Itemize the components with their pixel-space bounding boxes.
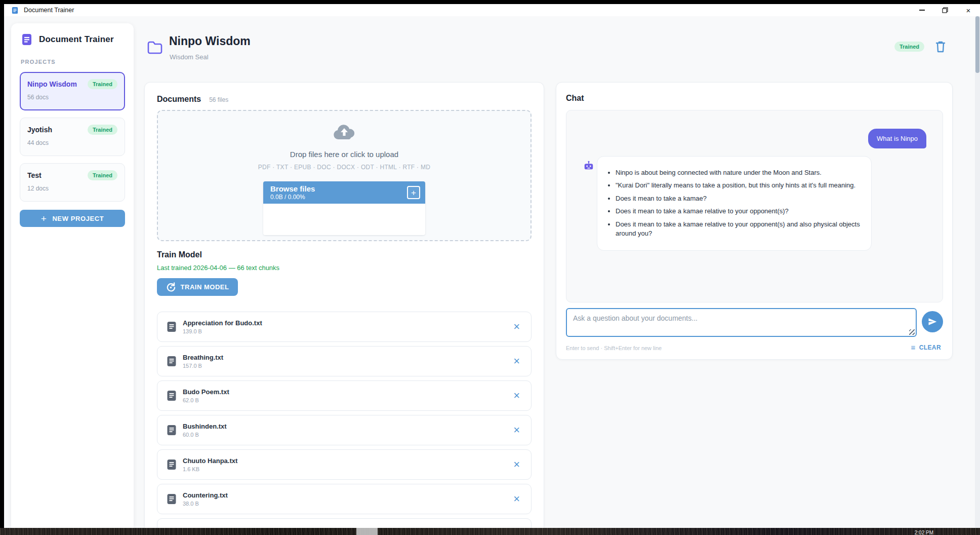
page-title: Ninpo Wisdom: [169, 34, 251, 48]
file-name: Budo Poem.txt: [183, 388, 229, 396]
close-icon: ×: [513, 458, 520, 471]
upload-queue-area: [263, 204, 425, 235]
file-name: Countering.txt: [183, 491, 228, 499]
retrain-icon: [166, 282, 176, 292]
send-icon: [927, 317, 937, 327]
document-file-list: Appreciation for Budo.txt 139.0 B × Brea…: [157, 312, 532, 528]
clear-chat-button[interactable]: ≡ CLEAR: [911, 343, 942, 352]
file-row: Countering.txt 38.0 B ×: [157, 484, 532, 514]
remove-file-button[interactable]: ×: [512, 356, 521, 367]
project-status-badge: Trained: [88, 170, 117, 180]
chat-hint: Enter to send · Shift+Enter for new line: [566, 345, 662, 351]
brand-title: Document Trainer: [39, 34, 114, 45]
bot-bullet: Ninpo is about being connected with natu…: [616, 168, 860, 177]
project-card[interactable]: Test Trained 12 docs: [20, 163, 125, 202]
project-card[interactable]: Jyotish Trained 44 docs: [20, 118, 125, 156]
upload-progress: 0.0B / 0.00%: [270, 194, 418, 201]
train-model-button[interactable]: TRAIN MODEL: [157, 278, 238, 296]
bot-bullet: Does it mean to take a kamae?: [616, 194, 860, 203]
file-size: 60.0 B: [183, 432, 227, 438]
restore-icon: [942, 7, 948, 13]
file-document-icon: [167, 390, 177, 401]
taskbar: 2:02 PM: [0, 528, 980, 535]
bot-bullet: Does it mean to take a kamae relative to…: [616, 207, 860, 216]
plus-icon: +: [41, 214, 47, 223]
close-button[interactable]: ×: [957, 4, 980, 16]
bot-bullet-list: Ninpo is about being connected with natu…: [601, 168, 860, 239]
close-icon: ×: [966, 6, 971, 15]
file-size: 62.0 B: [183, 397, 229, 403]
file-name: Bushinden.txt: [183, 423, 227, 430]
file-row: Breathing.txt 157.0 B ×: [157, 346, 532, 376]
project-card[interactable]: Ninpo Wisdom Trained 56 docs: [20, 72, 125, 110]
remove-file-button[interactable]: ×: [512, 425, 521, 436]
project-doc-count: 12 docs: [27, 185, 117, 192]
add-file-button[interactable]: +: [407, 186, 420, 199]
close-icon: ×: [513, 424, 520, 436]
bot-bullet: Does it mean to take a kamae relative to…: [616, 220, 860, 239]
remove-file-button[interactable]: ×: [512, 493, 521, 505]
project-name: Test: [27, 171, 42, 179]
close-icon: ×: [513, 320, 520, 333]
upload-cloud-icon: [333, 124, 356, 143]
desktop-screen: Document Trainer × Document Trainer PROJ…: [0, 0, 980, 535]
train-model-label: TRAIN MODEL: [181, 283, 229, 291]
delete-project-button[interactable]: [935, 41, 946, 53]
clear-lines-icon: ≡: [911, 343, 916, 352]
folder-icon: [147, 41, 163, 57]
brand-document-icon: [21, 33, 33, 46]
file-document-icon: [167, 459, 177, 470]
browse-files-label: Browse files: [270, 184, 418, 193]
minimize-icon: [919, 10, 925, 11]
file-name: Chuuto Hanpa.txt: [183, 457, 237, 465]
file-row: Appreciation for Budo.txt 139.0 B ×: [157, 312, 532, 342]
remove-file-button[interactable]: ×: [512, 390, 521, 401]
bot-robot-icon: [583, 160, 594, 171]
file-name: Appreciation for Budo.txt: [183, 319, 262, 327]
projects-section-label: PROJECTS: [20, 59, 125, 65]
minimize-button[interactable]: [910, 4, 933, 16]
file-size: 1.6 KB: [183, 466, 237, 472]
close-icon: ×: [513, 492, 520, 505]
restore-button[interactable]: [933, 4, 957, 16]
scrollbar-thumb[interactable]: [975, 16, 979, 73]
chat-input[interactable]: [566, 308, 917, 337]
new-project-label: NEW PROJECT: [52, 215, 104, 222]
page-scrollbar[interactable]: [975, 16, 980, 528]
app-content: Document Trainer PROJECTS Ninpo Wisdom T…: [4, 16, 980, 528]
browse-files-widget: Browse files 0.0B / 0.00% +: [263, 181, 425, 235]
project-name: Jyotish: [27, 126, 52, 134]
bot-message-bubble: Ninpo is about being connected with natu…: [597, 156, 872, 251]
close-icon: ×: [513, 355, 520, 367]
window-controls: ×: [910, 4, 980, 16]
file-document-icon: [167, 493, 177, 505]
file-dropzone[interactable]: Drop files here or click to upload PDF ·…: [157, 110, 532, 241]
dropzone-formats: PDF · TXT · EPUB · DOC · DOCX · ODT · HT…: [258, 164, 431, 171]
browse-files-button[interactable]: Browse files 0.0B / 0.00% +: [263, 181, 425, 204]
new-project-button[interactable]: + NEW PROJECT: [20, 210, 125, 227]
file-document-icon: [167, 321, 177, 332]
project-list: Ninpo Wisdom Trained 56 docs Jyotish Tra…: [20, 72, 125, 202]
documents-file-count: 56 files: [209, 96, 228, 103]
file-row: Cultivation.txt ×: [157, 518, 532, 528]
taskbar-app-indicator[interactable]: [356, 528, 378, 535]
documents-title: Documents: [157, 95, 201, 104]
project-doc-count: 56 docs: [27, 94, 117, 101]
app-window: Document Trainer × Document Trainer PROJ…: [4, 4, 980, 528]
file-size: 157.0 B: [183, 363, 223, 369]
chat-panel: Chat What is Ninpo Ninpo is about being …: [556, 82, 953, 360]
clear-label: CLEAR: [919, 344, 941, 351]
remove-file-button[interactable]: ×: [512, 459, 521, 470]
file-name: Breathing.txt: [183, 354, 223, 361]
sidebar: Document Trainer PROJECTS Ninpo Wisdom T…: [11, 23, 134, 528]
project-name: Ninpo Wisdom: [27, 80, 77, 88]
trash-icon: [935, 41, 946, 53]
window-titlebar: Document Trainer ×: [4, 4, 980, 16]
chat-title: Chat: [566, 94, 584, 103]
file-row: Chuuto Hanpa.txt 1.6 KB ×: [157, 449, 532, 480]
taskbar-wallpaper: [0, 528, 980, 535]
send-button[interactable]: [922, 311, 943, 332]
user-message-bubble: What is Ninpo: [868, 129, 926, 148]
remove-file-button[interactable]: ×: [512, 321, 521, 332]
project-status-badge: Trained: [88, 125, 117, 135]
